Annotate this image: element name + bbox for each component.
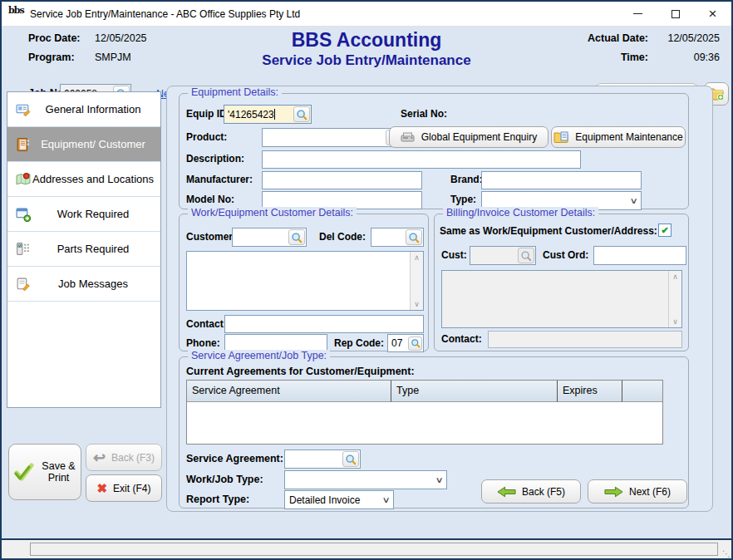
close-icon: × <box>709 7 717 21</box>
billing-address-textarea: ∧ ∨ <box>441 270 682 328</box>
red-x-icon: ✖ <box>97 481 108 496</box>
global-equipment-enquiry-button[interactable]: Global Equipment Enquiry <box>389 126 549 148</box>
sidebar-item-parts-required[interactable]: Parts Required <box>7 232 160 267</box>
column-header-spacer <box>622 381 662 402</box>
work-customer-address-textarea[interactable]: ∧ ∨ <box>186 251 424 311</box>
billing-customer-legend: Billing/Invoice Customer Details: <box>443 207 598 219</box>
description-label: Description: <box>186 153 244 165</box>
undo-arrow-icon: ↩ <box>93 452 106 464</box>
address-book-icon <box>16 137 31 152</box>
equip-id-lookup-button[interactable] <box>293 106 310 122</box>
next-f6-button[interactable]: Next (F6) <box>588 479 687 504</box>
back-f5-button[interactable]: Back (F5) <box>481 479 581 504</box>
equipment-machine-icon <box>401 131 416 144</box>
type-label: Type: <box>450 194 476 205</box>
search-icon <box>296 109 307 120</box>
del-code-field[interactable] <box>371 228 424 247</box>
service-agreement-field[interactable] <box>284 449 361 469</box>
same-as-label: Same as Work/Equipment Customer/Address: <box>440 225 657 237</box>
manufacturer-input[interactable] <box>262 171 422 189</box>
work-contact-label: Contact: <box>186 318 227 330</box>
product-label: Product: <box>186 131 227 143</box>
arrow-left-icon <box>497 486 516 498</box>
scrollbar: ∧ ∨ <box>668 271 681 327</box>
status-bar: ⋱ <box>2 538 731 558</box>
service-agreement-fieldset: Service Agreement/Job Type: Current Agre… <box>179 356 689 508</box>
equip-id-field[interactable]: '41265423 <box>224 105 312 124</box>
scrollbar[interactable]: ∧ ∨ <box>410 252 423 310</box>
rep-code-lookup-button[interactable] <box>408 336 422 351</box>
work-contact-input[interactable] <box>224 315 424 333</box>
equipment-details-fieldset: Equipment Details: Equip ID: '41265423 S… <box>179 93 689 209</box>
text-caret <box>274 109 275 120</box>
manufacturer-label: Manufacturer: <box>186 174 253 185</box>
folder-document-icon <box>553 130 569 144</box>
window-title: Service Job Entry/Maintenance - ABC Offi… <box>30 8 300 20</box>
sidebar-item-work-required[interactable]: Work Required <box>7 197 160 232</box>
brand-label: Brand: <box>450 174 483 185</box>
save-and-print-button[interactable]: Save & Print <box>8 444 81 500</box>
window-add-icon <box>16 207 31 222</box>
note-pencil-icon <box>16 277 31 292</box>
sidebar-item-job-messages[interactable]: Job Messages <box>7 267 160 302</box>
title-bar: bbs Service Job Entry/Maintenance - ABC … <box>2 2 731 27</box>
customer-field[interactable] <box>232 228 307 247</box>
cust-field <box>470 246 536 265</box>
back-f3-label: Back (F3) <box>111 452 155 464</box>
scroll-up-icon: ∧ <box>672 271 678 282</box>
id-card-edit-icon <box>16 102 31 117</box>
search-icon <box>520 250 532 262</box>
sidebar-item-addresses-locations[interactable]: Addresses and Locations <box>7 162 160 197</box>
status-message-box <box>30 543 718 556</box>
description-input[interactable] <box>262 150 581 169</box>
work-customer-legend: Work/Equipment Customer Details: <box>188 207 357 219</box>
sidebar-item-general-information[interactable]: General Information <box>7 92 160 127</box>
header: Proc Date: 12/05/2025 Program: SMPJM BBS… <box>2 27 731 79</box>
service-agreement-lookup-button[interactable] <box>342 451 359 467</box>
search-icon <box>345 454 357 465</box>
back-f5-label: Back (F5) <box>522 486 565 498</box>
agreements-table-body[interactable] <box>187 402 662 444</box>
cust-label: Cust: <box>441 249 467 261</box>
serial-no-label: Serial No: <box>401 108 447 120</box>
chevron-down-icon: ∨ <box>629 196 637 205</box>
bbs-logo-icon: bbs <box>8 6 25 22</box>
close-button[interactable]: × <box>694 2 731 26</box>
service-agreement-label: Service Agreement: <box>186 453 283 464</box>
cust-ord-input[interactable] <box>593 246 686 265</box>
minimize-button[interactable] <box>619 2 657 26</box>
sidebar-item-equipment-customer[interactable]: Equipment/ Customer <box>7 127 160 162</box>
time-label: Time: <box>588 52 648 63</box>
same-as-checkbox[interactable]: ✔ <box>658 224 672 237</box>
del-code-lookup-button[interactable] <box>406 229 422 245</box>
cust-lookup-button <box>518 248 534 263</box>
minimize-icon <box>633 13 642 14</box>
search-icon <box>408 232 420 243</box>
column-header-type[interactable]: Type <box>391 381 558 402</box>
maximize-icon <box>672 10 680 18</box>
work-job-type-select[interactable]: ∨ <box>284 470 447 489</box>
resize-grip[interactable]: ⋱ <box>722 549 731 558</box>
agreements-table-header: Service Agreement Type Expires <box>187 381 662 402</box>
current-agreements-label: Current Agreements for Customer/Equipmen… <box>186 366 415 377</box>
scroll-up-icon[interactable]: ∧ <box>414 252 420 263</box>
product-field[interactable] <box>262 128 404 147</box>
chevron-down-icon: ∨ <box>435 475 443 484</box>
del-code-label: Del Code: <box>319 231 366 243</box>
maximize-button[interactable] <box>657 2 694 26</box>
save-and-print-label: Save & Print <box>41 460 77 484</box>
rep-code-field[interactable]: 07 <box>387 334 424 352</box>
time-value: 09:36 <box>655 52 720 63</box>
scroll-down-icon[interactable]: ∨ <box>414 298 420 310</box>
column-header-service-agreement[interactable]: Service Agreement <box>187 381 391 402</box>
brand-input[interactable] <box>481 171 642 189</box>
search-icon <box>291 232 303 243</box>
actual-date-value: 12/05/2025 <box>655 32 720 44</box>
chevron-down-icon: ∨ <box>381 495 390 504</box>
equipment-maintenance-button[interactable]: Equipment Maintenance <box>551 126 686 148</box>
column-header-expires[interactable]: Expires <box>558 381 622 402</box>
sidebar: General Information Equipment/ Customer … <box>7 91 161 408</box>
exit-f4-button[interactable]: ✖ Exit (F4) <box>86 474 162 502</box>
customer-lookup-button[interactable] <box>288 229 305 245</box>
report-type-select[interactable]: Detailed Invoice ∨ <box>284 490 394 509</box>
